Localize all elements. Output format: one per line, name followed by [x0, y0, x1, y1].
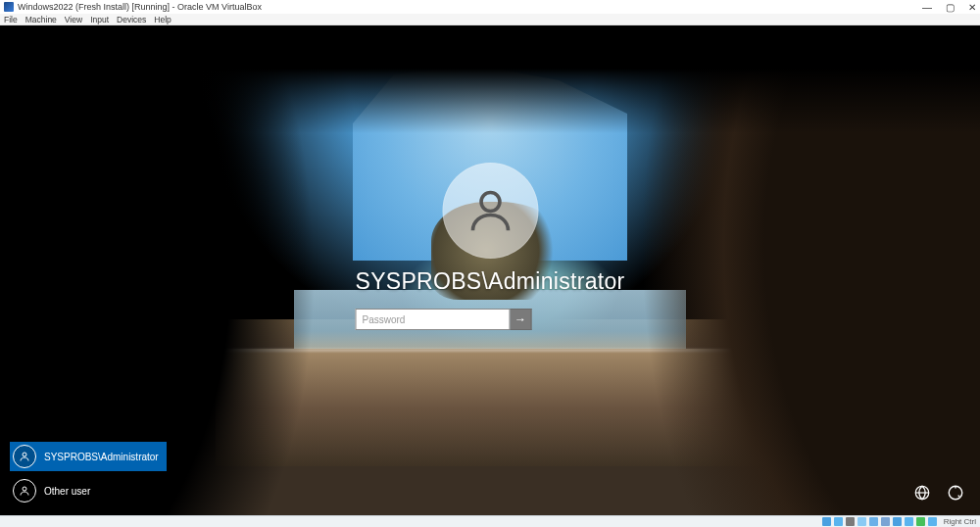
status-icon[interactable]: [846, 517, 855, 526]
user-avatar-large: [442, 163, 538, 259]
host-key-indicator: Right Ctrl: [944, 517, 976, 526]
status-icon[interactable]: [869, 517, 878, 526]
ease-of-access-icon: [947, 484, 964, 502]
svg-point-2: [23, 487, 26, 491]
guest-display: SYSPROBS\Administrator → SYSPROBS\Admini…: [0, 25, 980, 515]
status-icon[interactable]: [881, 517, 890, 526]
person-icon: [19, 485, 30, 497]
window-controls: — ▢ ✕: [922, 2, 976, 13]
user-item-administrator[interactable]: SYSPROBS\Administrator: [10, 442, 167, 471]
user-item-other[interactable]: Other user: [10, 476, 167, 505]
password-input[interactable]: [355, 309, 510, 330]
virtualbox-titlebar: Windows2022 (Fresh Install) [Running] - …: [0, 0, 980, 14]
svg-point-0: [481, 193, 500, 212]
status-icon[interactable]: [834, 517, 843, 526]
menu-machine[interactable]: Machine: [25, 15, 57, 24]
menu-file[interactable]: File: [4, 15, 18, 24]
user-switcher-list: SYSPROBS\Administrator Other user: [10, 442, 167, 505]
virtualbox-app-icon: [4, 2, 14, 12]
menu-help[interactable]: Help: [154, 15, 171, 24]
window-title: Windows2022 (Fresh Install) [Running] - …: [18, 2, 262, 12]
user-item-label: Other user: [44, 486, 90, 497]
user-item-label: SYSPROBS\Administrator: [44, 452, 159, 462]
submit-arrow-button[interactable]: →: [510, 309, 531, 330]
maximize-button[interactable]: ▢: [946, 2, 955, 13]
user-avatar-small: [13, 445, 36, 468]
status-icon[interactable]: [858, 517, 866, 526]
wallpaper-cave-top: [0, 25, 980, 133]
minimize-button[interactable]: —: [922, 2, 932, 13]
close-button[interactable]: ✕: [968, 2, 976, 13]
virtualbox-menubar: File Machine View Input Devices Help: [0, 14, 980, 25]
network-icon: [913, 484, 931, 502]
status-icon[interactable]: [928, 517, 937, 526]
status-icon[interactable]: [822, 517, 831, 526]
login-username: SYSPROBS\Administrator: [355, 268, 624, 295]
network-button[interactable]: [911, 482, 933, 503]
menu-input[interactable]: Input: [90, 15, 109, 24]
status-icon[interactable]: [905, 517, 913, 526]
menu-view[interactable]: View: [65, 15, 82, 24]
arrow-right-icon: →: [514, 312, 526, 326]
status-icon[interactable]: [893, 517, 902, 526]
login-utility-buttons: [911, 482, 966, 503]
user-avatar-small: [13, 479, 36, 503]
password-row: →: [355, 309, 624, 330]
menu-devices[interactable]: Devices: [117, 15, 146, 24]
ease-of-access-button[interactable]: [945, 482, 966, 503]
svg-point-1: [23, 453, 26, 456]
virtualbox-statusbar: Right Ctrl: [0, 515, 980, 527]
person-icon: [464, 184, 516, 237]
person-icon: [19, 451, 30, 462]
login-panel: SYSPROBS\Administrator →: [355, 163, 624, 330]
status-icon[interactable]: [916, 517, 925, 526]
